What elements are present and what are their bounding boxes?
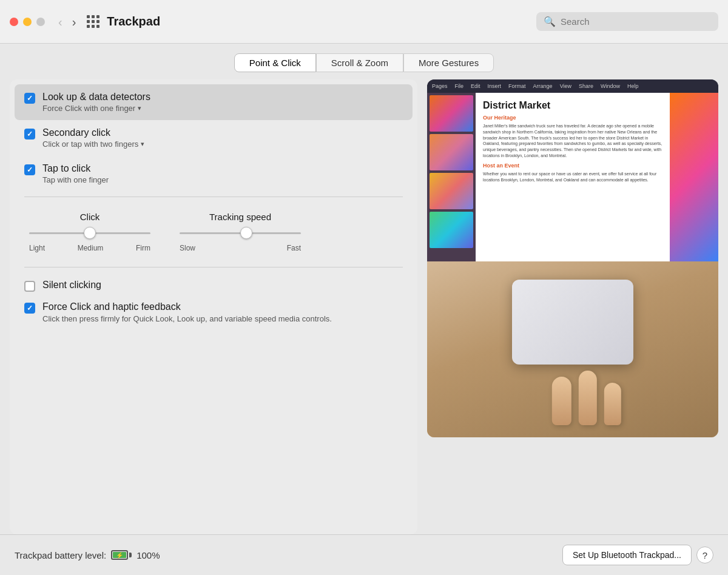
tracking-slider-label: Tracking speed [209,212,271,222]
window-title: Trackpad [107,15,536,29]
lookup-title: Look up & data detectors [42,92,150,103]
tap-to-click-text: Tap to click Tap with one finger [42,163,109,184]
finger-2 [579,371,597,425]
trackpad-device [512,280,633,365]
tracking-slider-track[interactable] [180,227,301,239]
divider-2 [24,267,403,267]
click-label-firm: Firm [136,244,150,252]
click-slider-group: Click Light Medium Firm [29,212,150,252]
pages-thumb-1[interactable] [430,95,473,132]
option-tap-to-click: Tap to click Tap with one finger [15,156,413,192]
menu-file: File [455,83,464,89]
secondary-click-subtitle: Click or tap with two fingers ▾ [42,140,144,149]
close-button[interactable] [10,18,18,26]
pages-menu-bar: Pages File Edit Insert Format Arrange Vi… [427,79,718,93]
sliders-row: Click Light Medium Firm Tracking speed [29,212,398,252]
menu-pages: Pages [432,83,448,89]
option-lookup: Look up & data detectors Force Click wit… [15,84,413,120]
sliders-section: Click Light Medium Firm Tracking speed [15,202,413,262]
tap-to-click-title: Tap to click [42,163,109,174]
pages-sidebar [427,93,476,261]
menu-edit: Edit [471,83,480,89]
battery-body: ⚡ [111,550,128,560]
pages-doc-text: Janet Miller's little sandwich truck sur… [483,123,662,159]
secondary-click-checkbox[interactable] [24,129,35,140]
click-slider-line [29,232,150,234]
silent-clicking-title: Silent clicking [42,280,101,291]
forward-button[interactable]: › [69,15,80,29]
force-click-title: Force Click and haptic feedback [42,301,332,312]
battery-percent: 100% [136,550,160,560]
force-click-checkbox[interactable] [24,303,35,314]
tracking-label-fast: Fast [287,244,301,252]
maximize-button[interactable] [36,18,45,26]
footer: Trackpad battery level: ⚡ 100% Set Up Bl… [0,534,728,575]
tap-to-click-checkbox[interactable] [24,164,35,175]
pages-content-area: District Market Our Heritage Janet Mille… [427,93,718,261]
tracking-slider-labels: Slow Fast [180,244,301,252]
click-slider-label: Click [80,212,100,222]
menu-window: Window [601,83,620,89]
battery-info: Trackpad battery level: ⚡ 100% [15,550,160,560]
trackpad-bg [427,261,718,437]
bottom-options: Silent clicking Force Click and haptic f… [15,272,413,332]
silent-clicking-text: Silent clicking [42,280,101,291]
footer-right: Set Up Bluetooth Trackpad... ? [562,545,713,565]
help-button[interactable]: ? [696,546,713,563]
menu-insert: Insert [488,83,502,89]
option-secondary-click: Secondary click Click or tap with two fi… [15,120,413,156]
click-slider-thumb[interactable] [84,227,96,239]
tab-point-click[interactable]: Point & Click [234,53,316,72]
divider-1 [24,197,403,197]
silent-clicking-checkbox[interactable] [24,281,35,292]
battery-bolt: ⚡ [116,552,123,559]
pages-thumb-2[interactable] [430,134,473,170]
search-input[interactable] [561,16,711,27]
pages-doc-subtitle: Our Heritage [483,115,662,121]
click-label-medium: Medium [78,244,104,252]
pages-doc-host: Host an Event [483,163,662,169]
main-content: Look up & data detectors Force Click wit… [0,79,728,534]
tracking-slider-group: Tracking speed Slow Fast [180,212,301,252]
lookup-checkbox[interactable] [24,93,35,104]
pages-thumb-3[interactable] [430,173,473,209]
battery-tip [129,553,132,557]
secondary-click-text: Secondary click Click or tap with two fi… [42,127,144,149]
titlebar: ‹ › Trackpad 🔍 [0,0,728,44]
tab-bar: Point & Click Scroll & Zoom More Gesture… [0,44,728,79]
minimize-button[interactable] [23,18,32,26]
pages-thumb-4[interactable] [430,212,473,248]
lookup-text: Look up & data detectors Force Click wit… [42,92,150,113]
tap-to-click-subtitle: Tap with one finger [42,175,109,184]
pages-main-content: District Market Our Heritage Janet Mille… [476,93,670,261]
search-bar[interactable]: 🔍 [536,12,718,31]
search-icon: 🔍 [544,16,556,27]
finger-3 [604,383,621,425]
click-slider-track[interactable] [29,227,150,239]
trackpad-section [427,261,718,437]
right-panel: Pages File Edit Insert Format Arrange Vi… [427,79,718,534]
menu-share: Share [579,83,593,89]
battery-label: Trackpad battery level: [15,550,106,560]
nav-arrows: ‹ › [55,15,79,29]
finger-1 [552,377,571,425]
click-label-light: Light [29,244,45,252]
menu-help: Help [627,83,639,89]
force-click-description: Click then press firmly for Quick Look, … [42,314,332,324]
menu-view: View [560,83,571,89]
pages-doc-host-text: Whether you want to rent our space or ha… [483,171,662,183]
back-button[interactable]: ‹ [55,15,66,29]
secondary-click-dropdown-arrow[interactable]: ▾ [141,140,144,148]
tab-scroll-zoom[interactable]: Scroll & Zoom [316,53,403,72]
click-slider-labels: Light Medium Firm [29,244,150,252]
pages-doc-title: District Market [483,100,662,111]
setup-bluetooth-button[interactable]: Set Up Bluetooth Trackpad... [562,545,692,565]
pages-preview: Pages File Edit Insert Format Arrange Vi… [427,79,718,261]
apps-grid-icon[interactable] [87,15,99,28]
option-silent-clicking: Silent clicking [24,277,403,294]
tracking-slider-thumb[interactable] [240,227,252,239]
force-click-text: Force Click and haptic feedback Click th… [42,301,332,324]
window-controls [10,18,45,26]
lookup-dropdown-arrow[interactable]: ▾ [138,104,141,112]
tab-more-gestures[interactable]: More Gestures [403,53,494,72]
